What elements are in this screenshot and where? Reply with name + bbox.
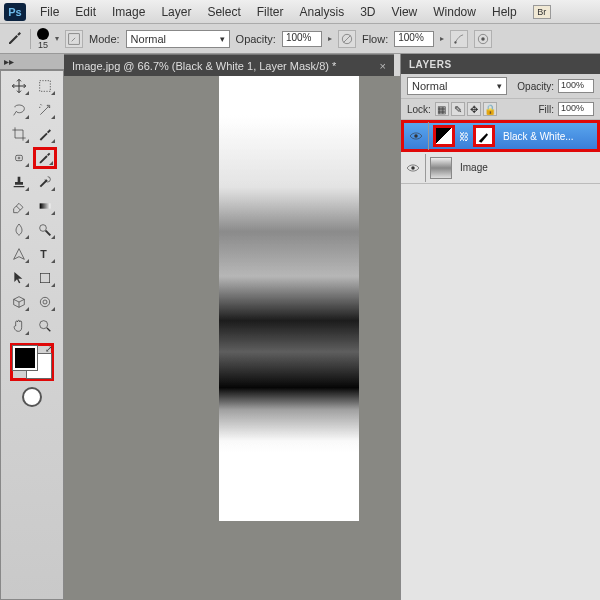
app-logo: Ps	[4, 3, 26, 21]
layer-row-bw[interactable]: ⛓ Black & White...	[401, 120, 600, 152]
svg-point-8	[40, 225, 47, 232]
tablet-size-icon[interactable]	[474, 30, 492, 48]
menu-3d[interactable]: 3D	[352, 2, 383, 22]
svg-point-4	[481, 37, 485, 41]
healing-tool[interactable]	[7, 147, 31, 169]
svg-point-2	[455, 41, 457, 43]
menu-file[interactable]: File	[32, 2, 67, 22]
wand-tool[interactable]	[33, 99, 57, 121]
shape-tool[interactable]	[33, 267, 57, 289]
menu-image[interactable]: Image	[104, 2, 153, 22]
menu-filter[interactable]: Filter	[249, 2, 292, 22]
adjustment-thumb[interactable]	[433, 125, 455, 147]
layer-blend-mode-select[interactable]: Normal	[407, 77, 507, 95]
layer-row-image[interactable]: Image	[401, 152, 600, 184]
svg-point-15	[411, 166, 415, 170]
divider	[30, 29, 31, 49]
fill-label: Fill:	[538, 104, 554, 115]
tablet-opacity-icon[interactable]	[338, 30, 356, 48]
swap-colors-icon[interactable]: ⤢	[45, 344, 53, 354]
document-tab[interactable]: Image.jpg @ 66.7% (Black & White 1, Laye…	[64, 54, 394, 76]
layer-opacity-input[interactable]: 100%	[558, 79, 594, 93]
layer-visibility-toggle[interactable]	[408, 128, 424, 144]
menu-window[interactable]: Window	[425, 2, 484, 22]
quick-mask-toggle[interactable]	[22, 387, 42, 407]
layer-thumb[interactable]	[430, 157, 452, 179]
svg-point-11	[40, 297, 49, 306]
layer-list: ⛓ Black & White... Image	[401, 120, 600, 600]
zoom-tool[interactable]	[33, 315, 57, 337]
tools-tab-marker[interactable]: ▸▸	[0, 54, 64, 70]
stamp-tool[interactable]	[7, 171, 31, 193]
layers-panel: LAYERS Normal Opacity: 100% Lock: ▦ ✎ ✥ …	[400, 54, 600, 600]
lock-transparency-icon[interactable]: ▦	[435, 102, 449, 116]
opacity-label: Opacity:	[236, 33, 276, 45]
move-tool[interactable]	[7, 75, 31, 97]
mask-thumb[interactable]	[473, 125, 495, 147]
dodge-tool[interactable]	[33, 219, 57, 241]
lock-label: Lock:	[407, 104, 431, 115]
svg-rect-10	[40, 273, 49, 282]
chevron-down-icon[interactable]: ▸	[440, 34, 444, 43]
brush-tool[interactable]	[33, 147, 57, 169]
fill-input[interactable]: 100%	[558, 102, 594, 116]
menu-layer[interactable]: Layer	[153, 2, 199, 22]
menu-edit[interactable]: Edit	[67, 2, 104, 22]
close-icon[interactable]: ×	[380, 60, 386, 72]
type-tool[interactable]: T	[33, 243, 57, 265]
brush-dot-icon	[37, 28, 49, 40]
crop-tool[interactable]	[7, 123, 31, 145]
pen-tool[interactable]	[7, 243, 31, 265]
layer-name[interactable]: Black & White...	[503, 131, 574, 142]
mode-label: Mode:	[89, 33, 120, 45]
svg-point-14	[414, 134, 418, 138]
layer-visibility-toggle[interactable]	[405, 160, 421, 176]
tools-panel: T ⤢	[0, 70, 64, 600]
options-bar: 15 ▾ Mode: Normal Opacity: 100% ▸ Flow: …	[0, 24, 600, 54]
lock-position-icon[interactable]: ✥	[467, 102, 481, 116]
layers-panel-title[interactable]: LAYERS	[401, 54, 600, 74]
canvas[interactable]	[64, 76, 400, 600]
svg-text:T: T	[40, 248, 47, 260]
3d-camera-tool[interactable]	[33, 291, 57, 313]
lasso-tool[interactable]	[7, 99, 31, 121]
menu-bar: Ps File Edit Image Layer Select Filter A…	[0, 0, 600, 24]
blur-tool[interactable]	[7, 219, 31, 241]
lock-pixels-icon[interactable]: ✎	[451, 102, 465, 116]
menu-analysis[interactable]: Analysis	[291, 2, 352, 22]
gradient-tool[interactable]	[33, 195, 57, 217]
brush-tool-indicator[interactable]	[6, 29, 24, 49]
lock-all-icon[interactable]: 🔒	[483, 102, 497, 116]
eraser-tool[interactable]	[7, 195, 31, 217]
flow-input[interactable]: 100%	[394, 31, 434, 47]
blend-mode-select[interactable]: Normal	[126, 30, 230, 48]
path-select-tool[interactable]	[7, 267, 31, 289]
link-icon: ⛓	[459, 131, 469, 142]
menu-view[interactable]: View	[383, 2, 425, 22]
document-title: Image.jpg @ 66.7% (Black & White 1, Laye…	[72, 60, 336, 72]
eyedropper-tool[interactable]	[33, 123, 57, 145]
3d-tool[interactable]	[7, 291, 31, 313]
chevron-down-icon[interactable]: ▸	[328, 34, 332, 43]
layer-name[interactable]: Image	[460, 162, 488, 173]
bridge-icon[interactable]: Br	[533, 5, 551, 19]
svg-point-12	[43, 300, 47, 304]
foreground-color[interactable]	[13, 346, 37, 370]
marquee-tool[interactable]	[33, 75, 57, 97]
history-brush-tool[interactable]	[33, 171, 57, 193]
brush-size-preview[interactable]: 15	[37, 28, 49, 50]
brush-size-value: 15	[38, 40, 48, 50]
svg-rect-7	[40, 203, 51, 208]
canvas-image	[219, 76, 359, 521]
menu-help[interactable]: Help	[484, 2, 525, 22]
menu-select[interactable]: Select	[199, 2, 248, 22]
airbrush-icon[interactable]	[450, 30, 468, 48]
hand-tool[interactable]	[7, 315, 31, 337]
chevron-down-icon[interactable]: ▾	[55, 34, 59, 43]
color-swatches[interactable]: ⤢	[10, 343, 54, 381]
svg-rect-5	[40, 81, 51, 92]
opacity-input[interactable]: 100%	[282, 31, 322, 47]
brush-panel-toggle[interactable]	[65, 30, 83, 48]
svg-point-13	[40, 321, 48, 329]
document-area: Image.jpg @ 66.7% (Black & White 1, Laye…	[64, 54, 400, 600]
